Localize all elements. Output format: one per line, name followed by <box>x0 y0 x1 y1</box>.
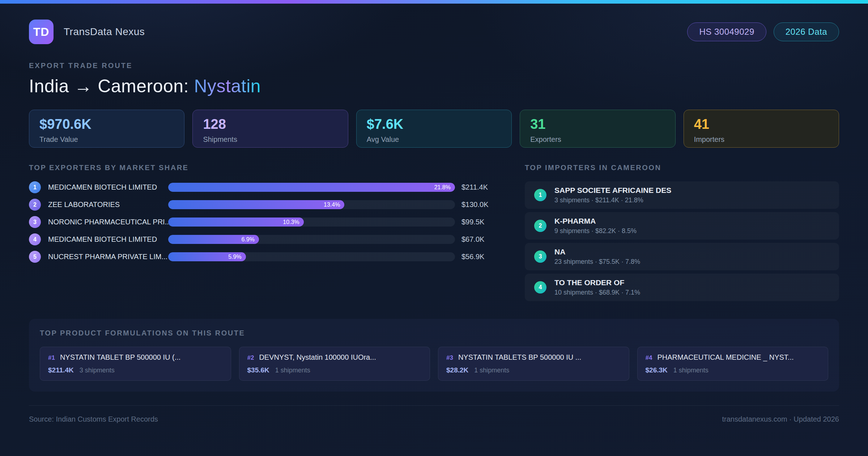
exporter-name: NUCREST PHARMA PRIVATE LIM... <box>48 253 168 261</box>
eyebrow-label: EXPORT TRADE ROUTE <box>29 62 839 70</box>
stat-card-exporters: 31 Exporters <box>520 110 675 148</box>
exporter-value: $99.5K <box>461 218 498 226</box>
rank-badge: 2 <box>29 199 41 211</box>
market-share-bar-track: 10.3% <box>168 218 455 227</box>
importers-section: TOP IMPORTERS IN CAMEROON 1 SAPP SOCIETE… <box>525 164 839 304</box>
stat-label: Trade Value <box>39 135 174 144</box>
product-shipments: 3 shipments <box>80 367 115 374</box>
exporter-name: NORONIC PHARMACEUTICAL PRI... <box>48 218 168 226</box>
product-value: $211.4K <box>48 366 74 374</box>
share-percent-label: 21.8% <box>434 184 451 191</box>
rank-badge: 2 <box>534 220 546 232</box>
market-share-bar-track: 21.8% <box>168 183 455 192</box>
product-rank: #3 <box>446 354 453 362</box>
app-name: TransData Nexus <box>64 26 145 38</box>
products-heading: TOP PRODUCT FORMULATIONS ON THIS ROUTE <box>40 329 828 337</box>
exporter-value: $130.0K <box>461 200 498 209</box>
stat-card-importers: 41 Importers <box>684 110 839 148</box>
market-share-bar-fill: 21.8% <box>168 183 455 192</box>
hs-code-badge[interactable]: HS 30049029 <box>687 22 766 41</box>
stat-label: Shipments <box>203 135 337 144</box>
market-share-bar-track: 13.4% <box>168 200 455 209</box>
stat-label: Avg Value <box>367 135 501 144</box>
product-value: $35.6K <box>247 366 269 374</box>
data-year-badge[interactable]: 2026 Data <box>774 22 839 41</box>
product-cards-row: #1 NYSTATIN TABLET BP 500000 IU (... $21… <box>40 347 828 381</box>
product-name: DEVNYST, Nystatin 100000 IUOra... <box>259 353 376 362</box>
product-value: $26.3K <box>646 366 668 374</box>
exporter-row[interactable]: 3 NORONIC PHARMACEUTICAL PRI... 10.3% $9… <box>29 216 498 228</box>
product-shipments: 1 shipments <box>275 367 310 374</box>
stat-card-avg-value: $7.6K Avg Value <box>356 110 512 148</box>
importer-card[interactable]: 4 TO THE ORDER OF 10 shipments · $68.9K … <box>525 274 839 301</box>
stat-label: Importers <box>694 135 829 144</box>
rank-badge: 3 <box>29 216 41 228</box>
exporter-row[interactable]: 1 MEDICAMEN BIOTECH LIMITED 21.8% $211.4… <box>29 181 498 193</box>
stat-value: $970.6K <box>39 117 174 132</box>
app-logo[interactable]: TD <box>29 20 54 44</box>
product-name: PHARMACEUTICAL MEDICINE _ NYST... <box>657 353 793 362</box>
stat-cards-row: $970.6K Trade Value 128 Shipments $7.6K … <box>29 110 839 148</box>
product-title-row: #4 PHARMACEUTICAL MEDICINE _ NYST... <box>646 353 820 362</box>
product-shipments: 1 shipments <box>673 367 709 374</box>
exporter-row[interactable]: 2 ZEE LABORATORIES 13.4% $130.0K <box>29 199 498 211</box>
product-value-row: $28.2K 1 shipments <box>446 366 621 374</box>
exporter-row[interactable]: 5 NUCREST PHARMA PRIVATE LIM... 5.9% $56… <box>29 251 498 263</box>
product-value-row: $211.4K 3 shipments <box>48 366 223 374</box>
rank-badge: 4 <box>534 281 546 294</box>
accent-top-bar <box>0 0 868 4</box>
product-formulations-section: TOP PRODUCT FORMULATIONS ON THIS ROUTE #… <box>29 319 839 392</box>
importer-card[interactable]: 3 NA 23 shipments · $75.5K · 7.8% <box>525 243 839 270</box>
exporters-section: TOP EXPORTERS BY MARKET SHARE 1 MEDICAME… <box>29 164 498 268</box>
stat-value: 31 <box>530 117 665 132</box>
rank-badge: 4 <box>29 233 41 245</box>
page-footer: Source: Indian Customs Export Records tr… <box>29 405 839 423</box>
importer-info: K-PHARMA 9 shipments · $82.2K · 8.5% <box>554 217 637 235</box>
market-share-bar-fill: 6.9% <box>168 235 259 244</box>
importer-name: TO THE ORDER OF <box>554 278 640 287</box>
app-header: TD TransData Nexus HS 30049029 2026 Data <box>29 20 839 44</box>
market-share-bar-track: 6.9% <box>168 235 455 244</box>
rank-badge: 1 <box>534 189 546 201</box>
product-rank: #4 <box>646 354 652 362</box>
product-name: NYSTATIN TABLETS BP 500000 IU ... <box>458 353 582 362</box>
product-rank: #1 <box>48 354 55 362</box>
product-card[interactable]: #3 NYSTATIN TABLETS BP 500000 IU ... $28… <box>438 347 629 381</box>
importer-detail: 10 shipments · $68.9K · 7.1% <box>554 289 640 296</box>
product-value: $28.2K <box>446 366 468 374</box>
exporter-name: MEDICAMEN BIOTECH LIMITED <box>48 235 168 244</box>
importer-info: SAPP SOCIETE AFRICAINE DES 3 shipments ·… <box>554 186 671 204</box>
product-card[interactable]: #4 PHARMACEUTICAL MEDICINE _ NYST... $26… <box>637 347 829 381</box>
importer-detail: 23 shipments · $75.5K · 7.8% <box>554 258 640 266</box>
share-percent-label: 6.9% <box>242 236 255 243</box>
stat-value: 128 <box>203 117 337 132</box>
stat-value: $7.6K <box>367 117 501 132</box>
market-share-bar-fill: 5.9% <box>168 252 246 261</box>
product-name: NYSTATIN TABLET BP 500000 IU (... <box>60 353 180 362</box>
footer-source: Source: Indian Customs Export Records <box>29 415 158 423</box>
exporter-value: $211.4K <box>461 183 498 191</box>
product-title-accent: Nystatin <box>194 76 261 96</box>
importer-card[interactable]: 2 K-PHARMA 9 shipments · $82.2K · 8.5% <box>525 212 839 240</box>
rank-badge: 1 <box>29 181 41 193</box>
product-card[interactable]: #1 NYSTATIN TABLET BP 500000 IU (... $21… <box>40 347 231 381</box>
importer-detail: 3 shipments · $211.4K · 21.8% <box>554 197 671 204</box>
product-title-row: #3 NYSTATIN TABLETS BP 500000 IU ... <box>446 353 621 362</box>
exporter-row[interactable]: 4 MEDICAMEN BIOTECH LIMITED 6.9% $67.0K <box>29 233 498 245</box>
share-percent-label: 10.3% <box>283 219 299 225</box>
product-title-row: #2 DEVNYST, Nystatin 100000 IUOra... <box>247 353 422 362</box>
importer-name: K-PHARMA <box>554 217 637 225</box>
importer-card[interactable]: 1 SAPP SOCIETE AFRICAINE DES 3 shipments… <box>525 181 839 209</box>
importer-name: NA <box>554 248 640 256</box>
market-share-bar-fill: 13.4% <box>168 200 344 209</box>
hs-code-label: HS 30049029 <box>699 27 754 37</box>
stat-value: 41 <box>694 117 829 132</box>
data-year-label: 2026 Data <box>786 27 827 37</box>
exporters-heading: TOP EXPORTERS BY MARKET SHARE <box>29 164 498 172</box>
exporter-value: $67.0K <box>461 235 498 244</box>
importer-detail: 9 shipments · $82.2K · 8.5% <box>554 227 637 235</box>
route-title: India → Cameroon: <box>29 76 194 96</box>
stat-label: Exporters <box>530 135 665 144</box>
product-card[interactable]: #2 DEVNYST, Nystatin 100000 IUOra... $35… <box>239 347 430 381</box>
importer-info: TO THE ORDER OF 10 shipments · $68.9K · … <box>554 278 640 296</box>
